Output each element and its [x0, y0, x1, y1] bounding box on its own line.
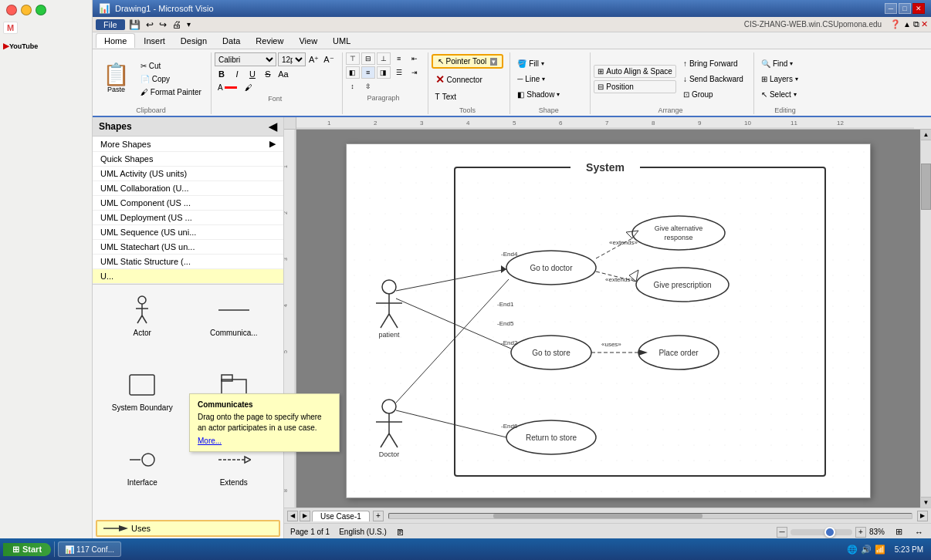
restore-down-btn[interactable]: ⧉: [913, 19, 919, 29]
bullets-btn[interactable]: ≡: [392, 52, 406, 65]
uml-usecase-item[interactable]: U...: [93, 269, 283, 284]
quick-more-btn[interactable]: ▾: [185, 20, 192, 29]
minimize-ribbon-btn[interactable]: ▲: [903, 20, 911, 29]
visio-minimize-btn[interactable]: ─: [885, 3, 897, 14]
font-color-btn[interactable]: A: [215, 82, 240, 93]
uml-sequence-item[interactable]: UML Sequence (US uni...: [93, 225, 283, 240]
menu-insert[interactable]: Insert: [136, 34, 173, 48]
uml-statechart-item[interactable]: UML Statechart (US un...: [93, 240, 283, 255]
grow-font-btn[interactable]: A⁺: [307, 55, 320, 65]
gmail-icon[interactable]: M: [3, 22, 18, 34]
more-shapes-item[interactable]: More Shapes▶: [93, 137, 283, 152]
shape-item-actor[interactable]: Actor: [99, 291, 186, 361]
menu-data[interactable]: Data: [215, 34, 248, 48]
position-btn[interactable]: ⊟Position: [594, 80, 676, 93]
vertical-scrollbar[interactable]: ▲ ▼: [920, 130, 931, 508]
zoom-slider[interactable]: [791, 529, 852, 535]
quick-undo-btn[interactable]: ↩: [144, 19, 155, 30]
scroll-right[interactable]: ▶: [917, 511, 928, 521]
tab-use-case-1[interactable]: Use Case-1: [312, 511, 370, 521]
font-case-btn[interactable]: Aa: [276, 68, 290, 80]
quick-save-btn[interactable]: 💾: [127, 19, 142, 30]
align-left-btn[interactable]: ◧: [346, 66, 360, 79]
align-right-btn[interactable]: ◨: [377, 66, 391, 79]
youtube-logo[interactable]: ▶YouTube: [3, 42, 89, 50]
justify-btn[interactable]: ☰: [392, 66, 406, 79]
pointer-tool-btn[interactable]: ↖ Pointer Tool ▾: [432, 54, 504, 69]
paste-btn[interactable]: 📋 Paste: [97, 62, 135, 96]
highlight-btn[interactable]: 🖌: [242, 82, 256, 93]
auto-align-btn[interactable]: ⊞Auto Align & Space: [594, 65, 676, 78]
uml-activity-item[interactable]: UML Activity (US units): [93, 167, 283, 181]
fit-width-btn[interactable]: ↔: [913, 528, 925, 537]
align-middle-btn[interactable]: ⊟: [361, 52, 375, 65]
uml-collaboration-item[interactable]: UML Collaboration (U...: [93, 181, 283, 196]
menu-view[interactable]: View: [291, 34, 325, 48]
fit-page-btn[interactable]: ⊞: [894, 527, 904, 537]
uml-deployment-item[interactable]: UML Deployment (US ...: [93, 211, 283, 225]
increase-indent-btn[interactable]: ⇥: [408, 66, 421, 79]
shape-item-communicates[interactable]: Communica...: [191, 291, 278, 361]
bring-forward-btn[interactable]: ↑Bring Forward: [679, 57, 747, 70]
menu-uml[interactable]: UML: [325, 34, 358, 48]
zoom-out-btn[interactable]: ─: [777, 527, 787, 538]
visio-close-btn[interactable]: ✕: [912, 3, 925, 14]
align-top-btn[interactable]: ⊤: [346, 52, 360, 65]
quick-redo-btn[interactable]: ↪: [157, 19, 168, 30]
group-btn[interactable]: ⊡Group: [679, 88, 747, 101]
copy-btn[interactable]: 📄 Copy: [137, 73, 205, 85]
line-btn[interactable]: ─Line▾: [513, 73, 584, 86]
align-center-btn[interactable]: ≡: [361, 66, 375, 79]
tooltip-more-link[interactable]: More...: [198, 437, 331, 445]
start-btn[interactable]: ⊞ Start: [3, 543, 51, 556]
fill-btn[interactable]: 🪣Fill▾: [513, 57, 584, 70]
menu-review[interactable]: Review: [248, 34, 291, 48]
taskbar-item-0[interactable]: 📊 117 Conf...: [58, 541, 121, 557]
min-btn[interactable]: [21, 5, 32, 15]
scroll-up-btn[interactable]: ▲: [921, 130, 931, 140]
quick-shapes-item[interactable]: Quick Shapes: [93, 152, 283, 167]
tab-nav-right[interactable]: ▶: [300, 511, 310, 521]
shapes-collapse-btn[interactable]: ◀: [269, 120, 277, 133]
underline-btn[interactable]: U: [245, 68, 259, 80]
scroll-thumb[interactable]: [921, 164, 931, 210]
menu-home[interactable]: Home: [96, 33, 135, 48]
align-bottom-btn[interactable]: ⊥: [377, 52, 391, 65]
tab-nav-left[interactable]: ◀: [287, 511, 298, 521]
uml-component-item[interactable]: UML Component (US ...: [93, 196, 283, 211]
max-btn[interactable]: [36, 5, 46, 15]
canvas-scroll[interactable]: System patient: [296, 130, 920, 508]
cut-btn[interactable]: ✂ Cut: [137, 60, 205, 72]
font-size-selector[interactable]: 12pt.: [278, 52, 306, 66]
font-selector[interactable]: Calibri: [215, 52, 276, 66]
strikethrough-btn[interactable]: S: [261, 68, 275, 80]
format-painter-btn[interactable]: 🖌 Format Painter: [137, 86, 205, 98]
close-btn[interactable]: [6, 5, 17, 15]
decrease-indent-btn[interactable]: ⇤: [408, 52, 421, 65]
bold-btn[interactable]: B: [215, 68, 229, 80]
shape-item-interface[interactable]: Interface: [99, 440, 186, 511]
line-spacing-btn[interactable]: ↕: [346, 80, 360, 93]
italic-btn[interactable]: I: [230, 68, 244, 80]
x-btn[interactable]: ✕: [921, 19, 928, 29]
menu-design[interactable]: Design: [173, 34, 215, 48]
zoom-in-btn[interactable]: +: [855, 527, 866, 538]
shadow-btn[interactable]: ◧Shadow▾: [513, 88, 584, 101]
send-backward-btn[interactable]: ↓Send Backward: [679, 73, 747, 86]
paragraph-spacing-btn[interactable]: ⇳: [361, 80, 375, 93]
status-icon1[interactable]: 🖹: [396, 528, 405, 537]
file-tab[interactable]: File: [96, 19, 125, 30]
select-btn[interactable]: ↖Select▾: [757, 88, 813, 101]
find-btn[interactable]: 🔍Find▾: [757, 57, 813, 70]
shrink-font-btn[interactable]: A⁻: [322, 55, 335, 65]
quick-print-btn[interactable]: 🖨: [171, 19, 183, 30]
uml-static-item[interactable]: UML Static Structure (...: [93, 255, 283, 269]
scroll-down-btn[interactable]: ▼: [921, 497, 931, 508]
uses-shape-bar[interactable]: Uses: [96, 520, 280, 537]
shape-item-system-boundary[interactable]: System Boundary: [99, 366, 186, 437]
connector-tool-btn[interactable]: ✕ Connector: [432, 71, 504, 88]
visio-restore-btn[interactable]: □: [899, 3, 911, 14]
layers-btn[interactable]: ⊞Layers▾: [757, 73, 813, 86]
text-tool-btn[interactable]: T Text: [432, 90, 504, 103]
new-tab-btn[interactable]: +: [373, 511, 384, 521]
